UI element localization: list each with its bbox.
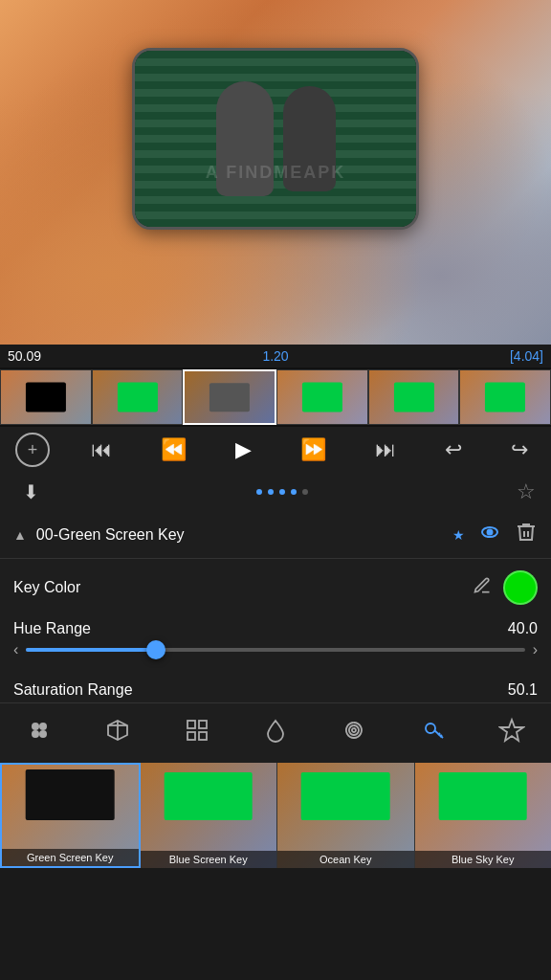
film-thumb-1[interactable] [0, 369, 92, 425]
dot-3[interactable] [279, 489, 285, 495]
dot-2[interactable] [268, 489, 274, 495]
filmstrip [0, 368, 551, 427]
film-thumb-4[interactable] [276, 369, 368, 425]
svg-point-4 [32, 730, 39, 738]
hue-range-slider-row: ‹ › [13, 641, 538, 670]
key-color-swatch[interactable] [503, 570, 538, 605]
undo-button[interactable]: ↩ [437, 434, 470, 466]
dot-5[interactable] [302, 489, 308, 495]
svg-rect-11 [187, 732, 195, 740]
time-current: 50.09 [8, 348, 41, 364]
saturation-range-label: Saturation Range [13, 681, 133, 699]
star-category-icon[interactable] [491, 713, 533, 753]
key-color-row: Key Color [13, 559, 538, 609]
preset-blue-sky-key[interactable]: Blue Sky Key [415, 763, 552, 868]
hue-range-slider[interactable] [26, 648, 524, 652]
preset-blue-screen-key[interactable]: Blue Screen Key [141, 763, 278, 868]
time-duration: [4.04] [510, 348, 543, 364]
hue-range-value: 40.0 [508, 620, 538, 637]
effects-category-icon[interactable] [18, 713, 60, 753]
preset-blue-screen-label: Blue Screen Key [141, 851, 277, 868]
saturation-range-row: Saturation Range 50.1 [13, 670, 538, 702]
skip-fwd-button[interactable]: ⏭ [367, 434, 404, 466]
time-position: 1.20 [262, 348, 288, 364]
redo-button[interactable]: ↪ [503, 434, 536, 466]
hue-increase-button[interactable]: › [533, 641, 538, 658]
add-button[interactable]: + [15, 433, 50, 467]
svg-point-1 [488, 530, 493, 535]
eyedropper-button[interactable] [473, 576, 492, 600]
phone-frame [132, 48, 419, 230]
dot-indicators: ⬇ ☆ [0, 473, 551, 511]
drop-category-icon[interactable] [254, 713, 297, 753]
preset-blue-sky-label: Blue Sky Key [415, 851, 552, 868]
preset-green-screen-key[interactable]: Green Screen Key [0, 763, 141, 868]
hue-range-label: Hue Range [13, 620, 91, 637]
effect-visibility-button[interactable] [478, 521, 501, 548]
video-preview: A FINDMEAPK [0, 0, 551, 345]
controls: + ⏮ ⏪ ▶ ⏩ ⏭ ↩ ↪ [0, 427, 551, 473]
key-category-icon[interactable] [412, 713, 454, 753]
timeline-bar: 50.09 1.20 [4.04] [0, 345, 551, 368]
svg-point-13 [426, 724, 435, 733]
svg-point-3 [39, 723, 47, 730]
effect-name: 00-Green Screen Key [36, 526, 447, 544]
collapse-icon[interactable]: ▲ [13, 527, 27, 543]
saturation-range-value: 50.1 [508, 681, 538, 699]
params-section: Key Color Hue Range 40.0 ‹ › Saturation … [0, 559, 551, 702]
preset-green-screen-label: Green Screen Key [2, 849, 139, 866]
key-presets: Green Screen Key Blue Screen Key Ocean K… [0, 763, 551, 868]
svg-rect-10 [199, 721, 207, 728]
svg-rect-12 [199, 732, 207, 740]
step-back-button[interactable]: ⏪ [153, 434, 194, 466]
effect-delete-button[interactable] [515, 521, 538, 548]
play-button[interactable]: ▶ [228, 434, 259, 466]
svg-point-5 [39, 730, 47, 738]
step-fwd-button[interactable]: ⏩ [293, 434, 334, 466]
preset-ocean-label: Ocean Key [277, 851, 414, 868]
effect-header: ▲ 00-Green Screen Key ★ [0, 511, 551, 559]
svg-rect-9 [187, 721, 195, 728]
spiral-category-icon[interactable] [333, 713, 375, 753]
page-dots [256, 489, 308, 495]
favorite-button[interactable]: ☆ [517, 479, 536, 504]
film-thumb-3[interactable] [183, 369, 276, 425]
category-bar [0, 702, 551, 763]
film-thumb-5[interactable] [368, 369, 460, 425]
hue-range-row: Hue Range 40.0 [13, 609, 538, 641]
svg-point-2 [32, 723, 39, 730]
skip-back-button[interactable]: ⏮ [83, 434, 120, 466]
effect-section: ▲ 00-Green Screen Key ★ [0, 511, 551, 559]
film-thumb-2[interactable] [92, 369, 184, 425]
hue-decrease-button[interactable]: ‹ [13, 641, 18, 658]
key-color-controls [473, 570, 538, 605]
dot-1[interactable] [256, 489, 262, 495]
svg-marker-17 [500, 720, 523, 741]
preset-ocean-key[interactable]: Ocean Key [277, 763, 415, 868]
download-button[interactable]: ⬇ [15, 477, 47, 507]
3d-box-category-icon[interactable] [97, 713, 139, 753]
film-thumb-6[interactable] [459, 369, 551, 425]
grid-category-icon[interactable] [176, 713, 218, 753]
effect-star[interactable]: ★ [452, 527, 465, 543]
dot-4[interactable] [291, 489, 297, 495]
key-color-label: Key Color [13, 579, 80, 596]
